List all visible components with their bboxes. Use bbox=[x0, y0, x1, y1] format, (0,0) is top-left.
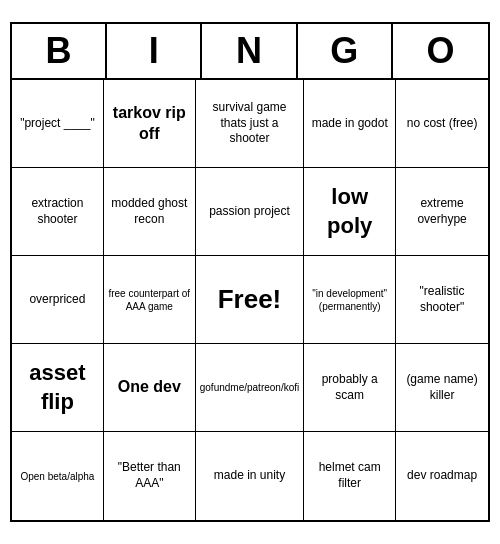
header-letter-G: G bbox=[298, 24, 393, 78]
header-letter-N: N bbox=[202, 24, 297, 78]
bingo-cell-16: One dev bbox=[104, 344, 196, 432]
bingo-cell-20: Open beta/alpha bbox=[12, 432, 104, 520]
bingo-cell-17: gofundme/patreon/kofi bbox=[196, 344, 305, 432]
bingo-cell-24: dev roadmap bbox=[396, 432, 488, 520]
bingo-cell-18: probably a scam bbox=[304, 344, 396, 432]
bingo-grid: "project ____"tarkov rip offsurvival gam… bbox=[12, 80, 488, 520]
bingo-cell-5: extraction shooter bbox=[12, 168, 104, 256]
bingo-cell-7: passion project bbox=[196, 168, 305, 256]
bingo-cell-11: free counterpart of AAA game bbox=[104, 256, 196, 344]
bingo-cell-1: tarkov rip off bbox=[104, 80, 196, 168]
bingo-cell-23: helmet cam filter bbox=[304, 432, 396, 520]
bingo-cell-9: extreme overhype bbox=[396, 168, 488, 256]
header-letter-B: B bbox=[12, 24, 107, 78]
bingo-cell-19: (game name) killer bbox=[396, 344, 488, 432]
bingo-cell-15: asset flip bbox=[12, 344, 104, 432]
bingo-cell-2: survival game thats just a shooter bbox=[196, 80, 305, 168]
bingo-cell-21: "Better than AAA" bbox=[104, 432, 196, 520]
bingo-header: BINGO bbox=[12, 24, 488, 80]
bingo-cell-3: made in godot bbox=[304, 80, 396, 168]
bingo-cell-4: no cost (free) bbox=[396, 80, 488, 168]
bingo-cell-10: overpriced bbox=[12, 256, 104, 344]
bingo-cell-0: "project ____" bbox=[12, 80, 104, 168]
bingo-cell-12: Free! bbox=[196, 256, 305, 344]
bingo-cell-6: modded ghost recon bbox=[104, 168, 196, 256]
header-letter-O: O bbox=[393, 24, 488, 78]
header-letter-I: I bbox=[107, 24, 202, 78]
bingo-cell-13: "in development" (permanently) bbox=[304, 256, 396, 344]
bingo-card: BINGO "project ____"tarkov rip offsurviv… bbox=[10, 22, 490, 522]
bingo-cell-8: low poly bbox=[304, 168, 396, 256]
bingo-cell-14: "realistic shooter" bbox=[396, 256, 488, 344]
bingo-cell-22: made in unity bbox=[196, 432, 305, 520]
